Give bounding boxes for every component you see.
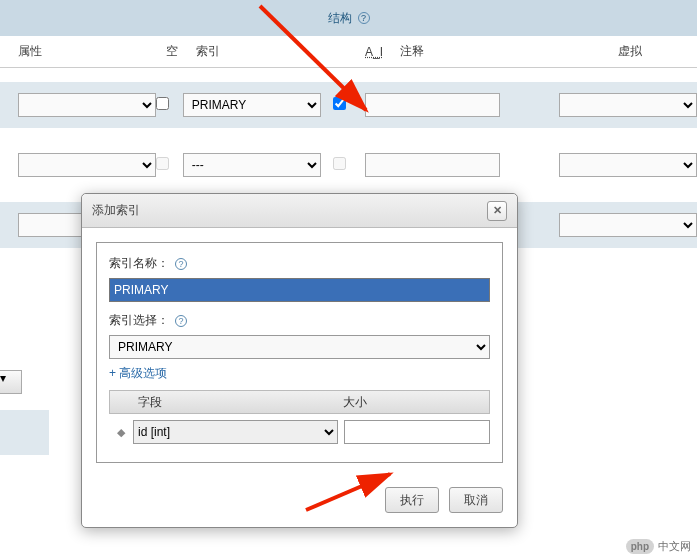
index-name-label: 索引名称： (109, 255, 169, 272)
index-type-label: 索引选择： (109, 312, 169, 329)
virtual-select[interactable] (559, 93, 697, 117)
attribute-select[interactable] (18, 153, 156, 177)
header-virtual: 虚拟 (618, 43, 678, 60)
structure-tab-bar: 结构 ? (0, 0, 697, 36)
help-icon[interactable]: ? (175, 315, 187, 327)
help-icon[interactable]: ? (358, 12, 370, 24)
size-column-header: 大小 (343, 394, 489, 411)
header-ai: A_I (365, 45, 400, 59)
dialog-title: 添加索引 (92, 202, 140, 219)
field-row: --- (0, 142, 697, 188)
dialog-fieldset: 索引名称： ? 索引选择： ? PRIMARY + 高级选项 字段 大小 ◆ (96, 242, 503, 463)
index-type-select[interactable]: PRIMARY (109, 335, 490, 359)
null-checkbox[interactable] (156, 157, 169, 170)
dialog-title-bar: 添加索引 ✕ (82, 194, 517, 228)
null-checkbox[interactable] (156, 97, 169, 110)
index-name-input[interactable] (109, 278, 490, 302)
field-column-header: 字段 (134, 394, 343, 411)
size-input[interactable] (344, 420, 490, 444)
field-row: PRIMARY (0, 82, 697, 128)
drag-handle-icon[interactable]: ◆ (109, 426, 133, 439)
header-index: 索引 (196, 43, 365, 60)
header-null: 空 (166, 43, 196, 60)
watermark: php 中文网 (620, 535, 697, 558)
watermark-text: 中文网 (658, 539, 691, 554)
close-icon[interactable]: ✕ (487, 201, 507, 221)
index-columns-table: 字段 大小 ◆ id [int] (109, 390, 490, 450)
header-attribute: 属性 (18, 43, 166, 60)
cancel-button[interactable]: 取消 (449, 487, 503, 513)
ai-checkbox[interactable] (333, 157, 346, 170)
field-select[interactable]: id [int] (133, 420, 338, 444)
virtual-select[interactable] (559, 213, 697, 237)
go-button[interactable]: 执行 (385, 487, 439, 513)
column-headers: 属性 空 索引 A_I 注释 虚拟 (0, 36, 697, 68)
partial-select-caret: ▾ (0, 370, 22, 394)
virtual-select[interactable] (559, 153, 697, 177)
partial-panel (0, 410, 49, 455)
tab-label: 结构 (328, 10, 352, 27)
ai-checkbox[interactable] (333, 97, 346, 110)
help-icon[interactable]: ? (175, 258, 187, 270)
table-row: ◆ id [int] (109, 414, 490, 450)
comment-input[interactable] (365, 153, 500, 177)
advanced-options-link[interactable]: + 高级选项 (109, 365, 490, 382)
attribute-select[interactable] (18, 93, 156, 117)
header-comment: 注释 (400, 43, 618, 60)
comment-input[interactable] (365, 93, 500, 117)
add-index-dialog: 添加索引 ✕ 索引名称： ? 索引选择： ? PRIMARY + 高级选项 字段… (81, 193, 518, 528)
index-select[interactable]: PRIMARY (183, 93, 321, 117)
index-select[interactable]: --- (183, 153, 321, 177)
watermark-badge: php (626, 539, 654, 554)
